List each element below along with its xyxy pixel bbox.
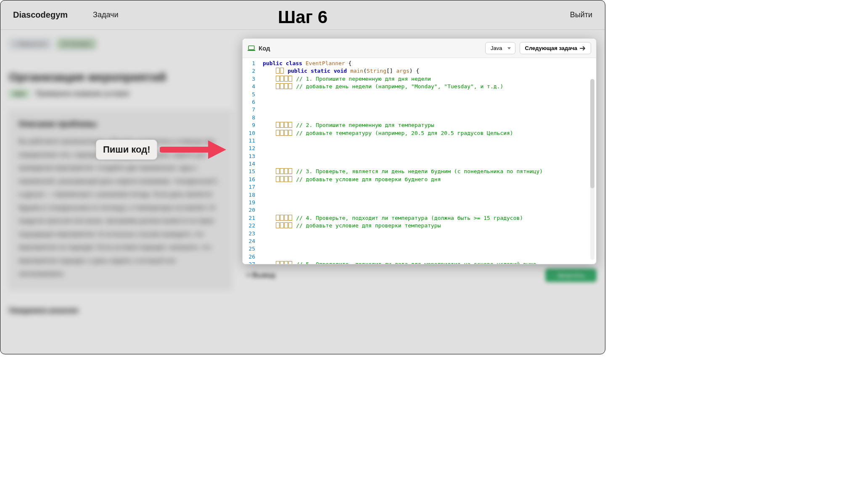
brand: Diascodegym [13,10,68,20]
difficulty-badge: easy [9,90,29,98]
svg-rect-0 [248,46,254,50]
arrow-right-icon [160,137,229,162]
nav-tasks-link[interactable]: Задачи [93,11,118,19]
line-gutter: 1234567891011121314151617181920212223242… [243,58,259,264]
code-editor[interactable]: 1234567891011121314151617181920212223242… [243,58,596,264]
code-lines[interactable]: public class EventPlanner { public stati… [259,58,596,264]
tutorial-callout: Пиши код! [96,137,229,162]
laptop-icon [248,45,255,51]
description-heading: Описание проблемы [18,120,222,129]
problem-panel: < Вернуться 01 Основы Организация меропр… [0,30,240,354]
scrollbar[interactable] [590,79,594,260]
problem-subtitle: Примерное название условия [35,90,129,98]
next-task-label: Следующая задача [525,45,577,51]
code-panel-label: Код [259,45,270,52]
next-task-button[interactable]: Следующая задача [520,42,591,54]
svg-rect-1 [248,50,255,50]
logout-link[interactable]: Выйти [570,11,592,19]
output-label: > Вывод [246,272,275,279]
step-title: Шаг 6 [278,7,327,27]
language-value: Java [491,45,502,51]
problem-title: Организация мероприятий [9,71,232,84]
code-panel: Код Java Следующая задача 12345678910111… [242,38,597,264]
code-header: Код Java Следующая задача [243,39,596,58]
callout-bubble: Пиши код! [96,140,157,160]
breadcrumb-back[interactable]: < Вернуться [9,38,52,50]
output-row: > Вывод Запустить [242,269,597,282]
language-select[interactable]: Java [485,42,515,54]
run-button[interactable]: Запустить [545,269,597,282]
breadcrumb-section[interactable]: 01 Основы [57,38,96,50]
arrow-right-icon [580,46,586,50]
expected-heading: Ожидаемое решение [9,307,232,314]
